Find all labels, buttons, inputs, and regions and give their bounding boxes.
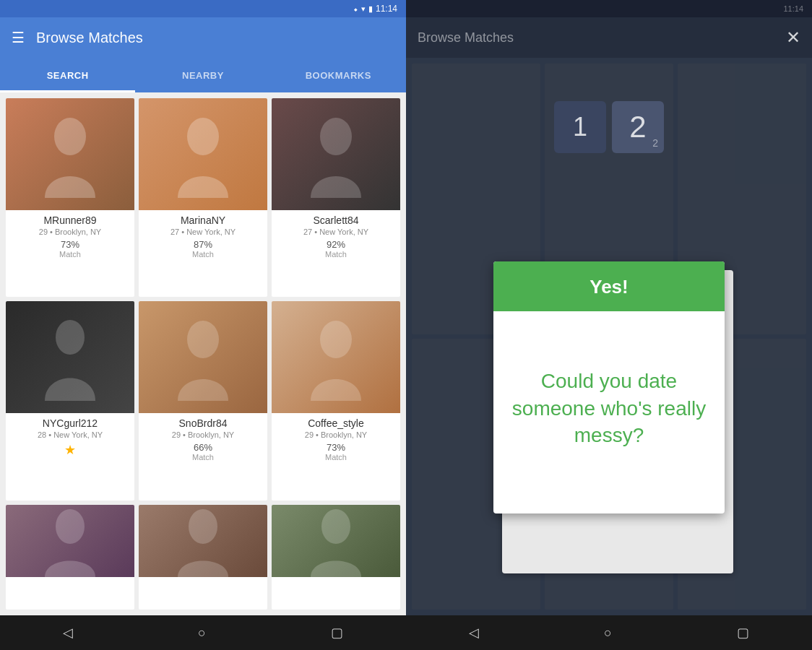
match-name-1: MRunner89 [12,214,129,226]
match-card-7[interactable] [6,505,134,610]
close-button[interactable]: ✕ [786,27,800,48]
match-info-1: MRunner89 29 • Brooklyn, NY 73% Match [6,210,134,264]
match-details-6: 29 • Brooklyn, NY [277,430,394,439]
tab-bookmarks[interactable]: BOOKMARKS [271,58,406,92]
right-recent-button[interactable]: ▢ [737,625,749,641]
right-home-button[interactable]: ○ [604,625,612,641]
svg-point-1 [187,118,219,155]
match-details-4: 28 • New York, NY [12,430,129,439]
tab-search[interactable]: SEARCH [0,58,135,92]
quiz-question-text: Could you date someone who's really mess… [511,368,707,449]
app-title: Browse Matches [36,30,143,46]
match-info-3: Scarlett84 27 • New York, NY 92% Match [272,210,400,264]
match-card-9[interactable] [272,505,400,610]
right-nav-bar: ◁ ○ ▢ [406,615,812,650]
tab-nearby[interactable]: NEARBY [135,58,270,92]
match-name-6: Coffee_style [277,417,394,429]
wifi-icon: ▾ [361,4,366,14]
hamburger-menu-icon[interactable]: ☰ [12,29,25,46]
back-button[interactable]: ◁ [63,625,73,641]
right-app-title: Browse Matches [418,30,514,46]
right-content-area: 1 2 2 Yes! Could you date someone who's … [406,58,812,615]
match-details-2: 27 • New York, NY [144,228,262,236]
match-card-1[interactable]: MRunner89 29 • Brooklyn, NY 73% Match [6,98,134,297]
match-photo-8 [139,505,267,577]
match-details-5: 29 • Brooklyn, NY [144,430,262,439]
quiz-card[interactable]: Yes! Could you date someone who's really… [493,261,725,514]
match-label-3: Match [277,250,394,259]
quiz-yes-label: Yes! [589,276,629,298]
match-label-5: Match [144,453,262,462]
match-card-3[interactable]: Scarlett84 27 • New York, NY 92% Match [272,98,400,297]
svg-point-4 [187,321,219,358]
svg-point-3 [56,320,85,355]
match-percent-6: 73% [277,442,394,453]
match-photo-2 [139,98,267,210]
match-label-6: Match [277,453,394,462]
matches-grid: MRunner89 29 • Brooklyn, NY 73% Match Ma… [0,92,406,615]
number-tiles: 1 2 2 [554,101,664,153]
match-star-4: ★ [12,442,129,458]
svg-point-8 [321,509,350,544]
match-photo-6 [272,301,400,413]
location-icon: ⬥ [353,4,358,13]
time-display: 11:14 [376,4,397,14]
match-name-4: NYCgurl212 [12,417,129,429]
match-photo-3 [272,98,400,210]
battery-icon: ▮ [368,4,373,14]
tabs-bar: SEARCH NEARBY BOOKMARKS [0,58,406,92]
match-name-2: MarinaNY [144,214,262,226]
match-name-3: Scarlett84 [277,214,394,226]
match-photo-1 [6,98,134,210]
match-name-5: SnoBrdr84 [144,417,262,429]
number-tile-2[interactable]: 2 2 [612,101,664,153]
match-percent-1: 73% [12,239,129,250]
svg-point-5 [320,321,352,358]
match-card-4[interactable]: NYCgurl212 28 • New York, NY ★ [6,301,134,500]
match-photo-4 [6,301,134,413]
match-details-3: 27 • New York, NY [277,228,394,236]
match-info-4: NYCgurl212 28 • New York, NY ★ [6,413,134,464]
match-info-6: Coffee_style 29 • Brooklyn, NY 73% Match [272,413,400,467]
match-card-5[interactable]: SnoBrdr84 29 • Brooklyn, NY 66% Match [139,301,267,500]
match-card-8[interactable] [139,505,267,610]
match-label-1: Match [12,250,129,259]
quiz-card-header: Yes! [493,261,725,311]
match-percent-3: 92% [277,239,394,250]
match-card-2[interactable]: MarinaNY 27 • New York, NY 87% Match [139,98,267,297]
match-info-2: MarinaNY 27 • New York, NY 87% Match [139,210,267,264]
left-nav-bar: ◁ ○ ▢ [0,615,406,650]
quiz-card-stack: Yes! Could you date someone who's really… [493,261,725,514]
svg-point-0 [54,118,86,155]
right-panel: 11:14 Browse Matches ✕ 1 2 2 [406,0,812,650]
right-time: 11:14 [783,4,803,13]
left-panel: ⬥ ▾ ▮ 11:14 ☰ Browse Matches SEARCH NEAR… [0,0,406,650]
match-percent-2: 87% [144,239,262,250]
svg-point-7 [189,509,217,544]
match-info-5: SnoBrdr84 29 • Brooklyn, NY 66% Match [139,413,267,467]
home-button[interactable]: ○ [198,625,206,641]
left-status-bar: ⬥ ▾ ▮ 11:14 [0,0,406,17]
match-card-6[interactable]: Coffee_style 29 • Brooklyn, NY 73% Match [272,301,400,500]
number-tile-1[interactable]: 1 [554,101,606,153]
left-app-bar: ☰ Browse Matches [0,17,406,58]
status-icons: ⬥ ▾ ▮ [353,4,373,14]
match-percent-5: 66% [144,442,262,453]
quiz-card-body: Could you date someone who's really mess… [493,311,725,514]
right-status-bar: 11:14 [406,0,812,17]
match-label-2: Match [144,250,262,259]
match-photo-7 [6,505,134,577]
right-app-bar: Browse Matches ✕ [406,17,812,58]
right-back-button[interactable]: ◁ [469,625,479,641]
svg-point-2 [320,118,352,155]
match-details-1: 29 • Brooklyn, NY [12,228,129,236]
svg-point-6 [56,509,85,544]
match-photo-5 [139,301,267,413]
match-photo-9 [272,505,400,577]
recent-button[interactable]: ▢ [331,625,343,641]
